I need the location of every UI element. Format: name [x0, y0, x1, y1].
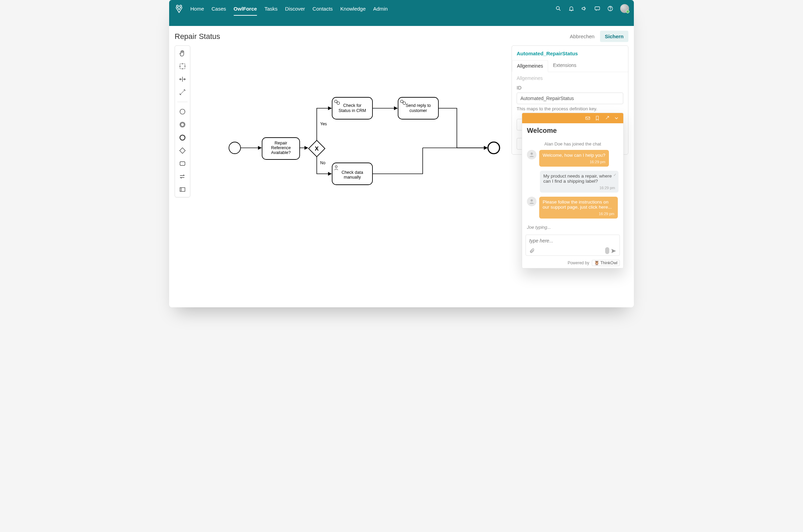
chat-icon[interactable] — [594, 5, 600, 12]
app-logo[interactable] — [174, 3, 184, 14]
search-icon[interactable] — [555, 5, 561, 12]
chevron-down-icon[interactable] — [614, 115, 619, 121]
user-avatar[interactable] — [620, 4, 629, 13]
svg-rect-32 — [586, 117, 590, 120]
properties-title: Automated_RepairStatus — [517, 49, 623, 60]
nav-discover[interactable]: Discover — [285, 2, 305, 16]
edge-label-no: No — [320, 160, 326, 165]
help-icon[interactable] — [607, 5, 613, 12]
svg-point-34 — [531, 199, 533, 201]
task-repair-reference[interactable]: Repair Reference Available? — [262, 138, 300, 159]
nav-home[interactable]: Home — [190, 2, 204, 16]
header-stripe — [169, 17, 634, 26]
exclusive-gateway[interactable]: X — [309, 140, 325, 157]
svg-point-0 — [176, 5, 178, 7]
start-event-node[interactable] — [229, 142, 241, 154]
nav-cases[interactable]: Cases — [212, 2, 226, 16]
data-flow-icon[interactable] — [178, 172, 187, 181]
chat-msg-text: My product needs a repair, where can I f… — [543, 173, 612, 184]
top-nav: Home Cases OwlForce Tasks Discover Conta… — [169, 0, 634, 17]
svg-text:Status in CRM: Status in CRM — [339, 108, 366, 113]
chat-input[interactable] — [529, 238, 616, 243]
section-general-label: Allgemeines — [517, 75, 623, 81]
svg-rect-6 — [180, 64, 185, 69]
task-icon[interactable] — [178, 159, 187, 168]
chat-title: Welcome — [522, 123, 623, 138]
svg-point-33 — [531, 153, 533, 155]
palette-separator — [177, 102, 188, 102]
chat-message-agent: Welcome, how can I help you? 16:29 pm — [527, 150, 618, 167]
app-shell: Home Cases OwlForce Tasks Discover Conta… — [169, 0, 634, 307]
chat-msg-text: Please follow the instructions on our su… — [543, 199, 612, 210]
chat-body[interactable]: Alan Doe has joined the chat Welcome, ho… — [522, 138, 623, 225]
nav-contacts[interactable]: Contacts — [313, 2, 333, 16]
tab-extensions[interactable]: Extensions — [548, 60, 581, 72]
connect-tool-icon[interactable] — [178, 88, 187, 96]
megaphone-icon[interactable] — [581, 5, 587, 12]
cancel-button[interactable]: Abbrechen — [570, 33, 595, 39]
chat-widget: Welcome Alan Doe has joined the chat Wel… — [522, 113, 624, 268]
chat-message-user: My product needs a repair, where can I f… — [527, 171, 618, 193]
id-label: ID — [517, 85, 623, 90]
lane-icon[interactable] — [178, 185, 187, 194]
send-icon[interactable] — [611, 248, 616, 253]
mail-icon[interactable] — [585, 115, 590, 121]
bookmark-icon[interactable] — [595, 115, 600, 121]
popout-icon[interactable] — [604, 115, 610, 121]
chat-msg-text: Welcome, how can I help you? — [543, 153, 605, 158]
task-send-reply[interactable]: Send reply to customer — [398, 97, 438, 119]
attachment-icon[interactable] — [529, 248, 535, 253]
lasso-tool-icon[interactable] — [178, 62, 187, 70]
svg-text:manually: manually — [344, 175, 361, 180]
sub-header: Repair Status Abbrechen Sichern — [169, 26, 634, 45]
svg-text:Check for: Check for — [343, 103, 362, 108]
properties-tabs: Allgemeines Extensions — [512, 60, 628, 72]
chat-toolbar — [522, 113, 623, 123]
chat-system-message: Alan Doe has joined the chat — [527, 140, 618, 150]
task-check-manual[interactable]: Check data manually — [332, 163, 372, 185]
nav-owlforce[interactable]: OwlForce — [234, 2, 257, 16]
svg-text:customer: customer — [409, 108, 427, 113]
hand-tool-icon[interactable] — [178, 49, 187, 57]
svg-point-2 — [556, 6, 559, 10]
chat-message-agent: Please follow the instructions on our su… — [527, 197, 618, 219]
chat-msg-time: 16:29 pm — [543, 212, 614, 216]
id-input[interactable] — [517, 93, 623, 104]
svg-rect-11 — [180, 162, 185, 166]
mic-icon[interactable] — [605, 247, 609, 254]
svg-text:Send reply to: Send reply to — [406, 103, 431, 108]
edge-label-yes: Yes — [320, 122, 327, 126]
svg-point-7 — [180, 109, 185, 114]
space-tool-icon[interactable] — [178, 75, 187, 83]
gateway-icon[interactable] — [178, 146, 187, 155]
svg-text:Repair: Repair — [275, 141, 287, 145]
brand-tag[interactable]: 🦉 ThinkOwl — [592, 260, 620, 266]
chat-msg-time: 16:29 pm — [543, 186, 615, 190]
tab-general[interactable]: Allgemeines — [512, 60, 548, 72]
svg-text:Available?: Available? — [271, 150, 291, 155]
svg-text:Check data: Check data — [341, 170, 363, 175]
nav-admin[interactable]: Admin — [373, 2, 388, 16]
bell-icon[interactable] — [568, 5, 574, 12]
task-check-crm[interactable]: Check for Status in CRM — [332, 97, 372, 119]
svg-point-10 — [180, 135, 185, 140]
chat-msg-time: 16:29 pm — [543, 160, 605, 164]
end-event-icon[interactable] — [178, 134, 187, 142]
svg-point-1 — [180, 5, 182, 7]
intermediate-event-icon[interactable] — [178, 121, 187, 129]
nav-knowledge[interactable]: Knowledge — [340, 2, 366, 16]
svg-rect-12 — [180, 188, 185, 192]
svg-text:Reference: Reference — [271, 145, 291, 150]
end-event-node[interactable] — [488, 142, 500, 154]
nav-tasks[interactable]: Tasks — [264, 2, 277, 16]
id-hint: This maps to the process definition key. — [517, 106, 623, 111]
checkmark-icon: ✓ — [613, 173, 616, 177]
chat-input-area — [526, 235, 620, 256]
agent-avatar-icon — [527, 150, 536, 159]
diagram-canvas[interactable]: Repair Reference Available? X Check for … — [190, 45, 512, 302]
save-button[interactable]: Sichern — [600, 31, 628, 42]
svg-point-5 — [610, 10, 611, 10]
start-event-icon[interactable] — [178, 108, 187, 116]
nav-list: Home Cases OwlForce Tasks Discover Conta… — [190, 2, 388, 16]
svg-rect-3 — [595, 7, 600, 10]
